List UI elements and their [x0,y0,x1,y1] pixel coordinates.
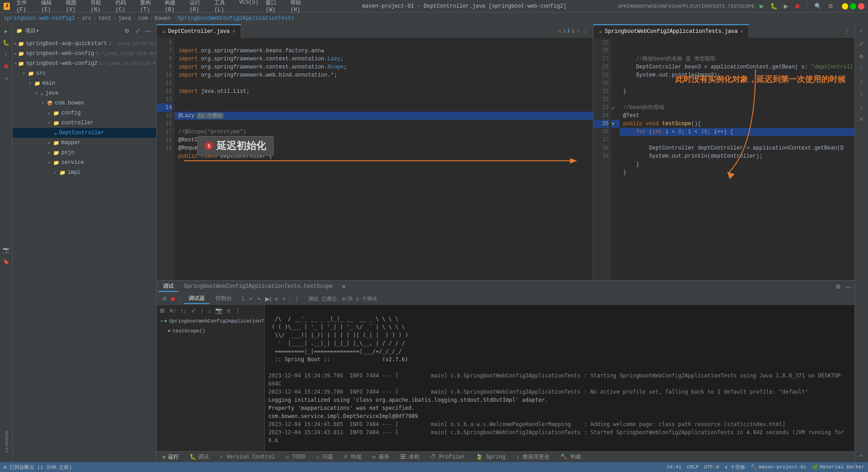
breadcrumb-part[interactable]: src [82,15,92,22]
right-down2-btn[interactable]: ↓ [857,102,867,112]
right-code-content[interactable]: //根据bean的名称 及 类型获取 DeptController bean3 … [619,38,854,280]
tree-item-com-bowen[interactable]: ▾ 📦 com.bowen [13,98,156,108]
run-tab-db-changes[interactable]: ↕ 数据库更改 [514,452,552,462]
tab-springboot-test[interactable]: ☕ SpringbootWebConfig2ApplicationTests.j… [593,24,749,38]
run-tab-services[interactable]: ✉ 服务 [370,452,392,462]
run-tab-problems[interactable]: ⚠ 问题 [313,452,336,462]
tree-item-dept-controller[interactable]: ☕ DeptController [13,128,156,138]
menu-view[interactable]: 视图(V) [63,0,86,14]
menu-window[interactable]: 窗口(W) [263,0,286,14]
search-button[interactable]: 🔍 [813,2,823,10]
breadcrumb-part[interactable]: test [98,15,111,22]
test-root[interactable]: ▾ ● SpringbootWebConfig2ApplicationTests… [158,316,262,326]
step-over-btn[interactable]: ⤵ [240,295,246,303]
tree-item-config[interactable]: ▸ 📁 config [13,108,156,118]
right-edit-btn[interactable]: ✏ [857,450,867,460]
stop-run-btn[interactable]: ⏹ [169,295,177,303]
tree-item-impl[interactable]: ▸ 📁 impl [13,168,156,177]
test-method[interactable]: ● testScope() [158,326,262,336]
run-tab-spring[interactable]: 🍃 Spring [473,453,508,461]
run-tab-vcs[interactable]: ✓ Version Control [217,453,277,461]
sort-btn[interactable]: ↑↓ [179,307,188,314]
tree-item-web-config[interactable]: ▸ 📁 springboot-web-config E:\java_study\… [13,49,156,59]
pin-btn[interactable]: ↑ [199,307,205,314]
run-button[interactable]: ▶ [758,2,765,10]
status-indent[interactable]: 4 个空格 [724,464,745,471]
tree-item-service[interactable]: ▾ 📁 service [13,158,156,168]
menu-vcs[interactable]: VCS(S) [236,0,261,14]
debug-icon-btn[interactable]: 🐛 [1,38,11,48]
step-out-btn[interactable]: ⤷ [255,295,263,303]
tab-close-icon[interactable]: ✕ [740,28,743,34]
status-position[interactable]: 24:41 [667,464,682,470]
tab-console[interactable]: 控制台 [211,294,236,304]
expand-all-btn[interactable]: ⊞ [158,307,166,314]
tree-item-mapper[interactable]: ▸ 📁 mapper [13,138,156,148]
export-btn[interactable]: ⎋ [226,307,232,314]
scroll-down-btn[interactable]: ↓ [583,27,589,35]
menu-tools[interactable]: 工具(L) [212,0,235,14]
panel-settings-btn[interactable]: ⚙ [834,283,842,290]
run-tab-profiler[interactable]: ⏱ Profiler [428,453,468,461]
tree-item-aop[interactable]: ▸ 📁 springboot-aop-quickstart E:\java_st… [13,39,156,49]
breadcrumb-part[interactable]: bowen [154,15,171,22]
run-tab-run[interactable]: ▶ 运行 [160,452,181,462]
tree-item-web-config2[interactable]: ▾ 📁 springboot-web-config2 E:\java_study… [13,59,156,68]
bottom-tab-close-btn[interactable]: ✕ [340,283,348,290]
right-checkmark-btn[interactable]: ✓ [857,26,867,36]
restart-btn[interactable]: ↺ [160,295,168,303]
tab-close-icon[interactable]: ✕ [232,28,235,34]
more-settings-btn[interactable]: ⋮ [293,295,301,303]
tree-item-main[interactable]: ▾ 📁 main [13,78,156,88]
right-lines-btn[interactable]: ≡ [857,114,867,124]
menu-navigate[interactable]: 导航(N) [88,0,111,14]
screenshot-btn[interactable]: 📷 [214,307,224,314]
right-up-btn[interactable]: ↑ [857,64,867,74]
breadcrumb-part[interactable]: springboot-web-config2 [4,15,75,22]
bottom-tab-debug[interactable]: 调试 [158,281,178,292]
more-btn2[interactable]: ⋮ [234,307,242,314]
debug-button[interactable]: 🐛 [769,2,779,10]
tree-item-src[interactable]: ▾ 📁 src [13,68,156,78]
right-editor-more[interactable]: ⋮ [839,27,854,35]
evaluate-btn[interactable]: ⎆ [273,295,280,303]
sidebar-close-btn[interactable]: — [144,27,153,35]
run-tab-terminal[interactable]: ≡ 终端 [341,452,364,462]
right-down-btn[interactable]: ↓ [857,89,867,99]
right-up2-btn[interactable]: ↑ [857,77,867,86]
run-icon-btn[interactable]: ▶ [1,26,11,36]
right-expand-btn[interactable]: ⤢ [857,39,867,49]
filter-btn[interactable]: A↑ [168,307,177,314]
left-code-content[interactable]: import org.springframework.beans.factory… [175,38,593,280]
menu-help[interactable]: 帮助(H) [288,0,311,14]
rerun-icon-btn[interactable]: ↺ [1,73,11,83]
run-tab-inspection[interactable]: ☰ 体检 [398,452,422,462]
menu-build[interactable]: 构建(B) [162,0,185,14]
menu-file[interactable]: 文件(F) [14,0,36,14]
settings-button[interactable]: ⚙ [827,2,835,10]
menu-run[interactable]: 运行(R) [187,0,210,14]
down-btn[interactable]: ↓ [207,307,212,314]
tree-item-java[interactable]: ▾ ☕ java [13,88,156,98]
win-close-button[interactable] [858,3,864,9]
right-settings-btn[interactable]: ⚙ [857,51,867,61]
camera-icon-btn[interactable]: 📷 [1,245,11,255]
breadcrumb-part[interactable]: SpringbootWebConfig2ApplicationTests [178,15,294,22]
step-into-btn[interactable]: ⤶ [247,295,254,303]
sidebar-expand-btn[interactable]: ⤢ [134,27,141,35]
coverage-button[interactable]: ▶ [782,2,790,10]
tree-item-pojo[interactable]: ▸ 📁 pojo [13,148,156,158]
tab-dept-controller[interactable]: ☕ DeptController.java ✕ [157,24,241,38]
bottom-tab-test[interactable]: SpringbootWebConfig2ApplicationTests.tes… [179,282,337,291]
win-restore-button[interactable] [850,3,856,9]
menu-edit[interactable]: 编辑(E) [38,0,61,14]
menu-code[interactable]: 代码(C) [113,0,136,14]
win-minimize-button[interactable] [842,3,848,9]
console-output[interactable]: /\ / __'_ __ _ _(_)_ __ __ _ \ \ \ \ ( (… [265,305,854,451]
scroll-up-btn[interactable]: ↑ [575,27,581,35]
breadcrumb-part[interactable]: com [138,15,148,22]
panel-minimize-btn[interactable]: — [844,283,853,290]
run-tab-debug[interactable]: 🐛 调试 [187,452,212,462]
stop-icon-btn[interactable]: ⏹ [1,61,11,71]
coverage-icon-btn[interactable]: ⚡ [1,50,11,59]
